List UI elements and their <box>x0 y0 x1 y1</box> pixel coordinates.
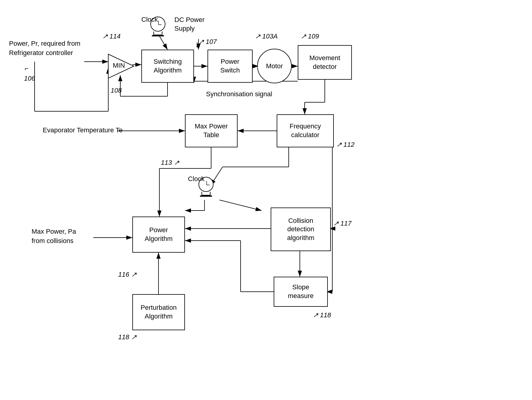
slope-measure-label: Slopemeasure <box>288 283 314 300</box>
power-required-label: Power, Pr, required fromRefrigerator con… <box>9 39 80 58</box>
ref-118-slope: ↗ 118 <box>313 311 331 319</box>
ref-114: ↗ 114 <box>102 32 121 40</box>
dc-power-label: DC PowerSupply <box>174 16 204 33</box>
motor-label: Motor <box>266 62 283 70</box>
collision-detection-box: Collisiondetectionalgorithm <box>271 208 331 251</box>
clock-top-base <box>152 35 164 36</box>
ref-103a: ↗ 103A <box>255 32 278 40</box>
perturbation-algorithm-label: PerturbationAlgorithm <box>141 303 177 321</box>
ref-117: ↗ 117 <box>333 220 352 227</box>
power-algorithm-label: PowerAlgorithm <box>145 226 173 243</box>
collision-detection-label: Collisiondetectionalgorithm <box>287 217 314 242</box>
svg-line-31 <box>220 200 262 211</box>
min-triangle: MIN <box>107 53 135 81</box>
max-power-collisions-label: Max Power, Pafrom collisions <box>32 227 76 246</box>
switching-algorithm-label: SwitchingAlgorithm <box>153 57 182 75</box>
evaporator-temp-label: Evaporator Temperature Te <box>43 126 123 134</box>
ref-107: ↗ 107 <box>198 38 217 46</box>
power-switch-label: PowerSwitch <box>220 57 240 75</box>
svg-text:MIN: MIN <box>113 62 125 69</box>
power-algorithm-box: PowerAlgorithm <box>132 217 185 253</box>
max-power-table-label: Max PowerTable <box>195 122 228 139</box>
ref-113: 113 ↗ <box>161 159 179 167</box>
perturbation-algorithm-box: PerturbationAlgorithm <box>132 294 185 330</box>
ref-106-brace: ⌐ <box>25 65 29 72</box>
clock-top-label: Clock <box>141 16 158 23</box>
ref-118-bottom: 118 ↗ <box>118 333 137 341</box>
ref-112: ↗ 112 <box>336 141 355 149</box>
max-power-table-box: Max PowerTable <box>185 114 238 147</box>
movement-detector-label: Movementdetector <box>309 54 340 71</box>
movement-detector-box: Movementdetector <box>298 45 352 80</box>
frequency-calculator-box: Frequencycalculator <box>277 114 334 147</box>
clock-bottom-label: Clock <box>188 175 204 183</box>
power-switch-box: PowerSwitch <box>208 50 253 83</box>
ref-109: ↗ 109 <box>301 32 319 40</box>
ref-108: 108 <box>111 87 122 94</box>
frequency-calculator-label: Frequencycalculator <box>290 122 321 139</box>
slope-measure-box: Slopemeasure <box>274 277 328 307</box>
diagram: Clock DC PowerSupply ↓ Power, Pr, requir… <box>0 0 532 400</box>
sync-signal-label: Synchronisation signal <box>206 90 272 98</box>
ref-116: 116 ↗ <box>118 271 137 278</box>
motor-circle: Motor <box>257 49 292 83</box>
ref-106: 106 <box>24 75 35 82</box>
clock-bottom-base <box>200 195 212 197</box>
switching-algorithm-box: SwitchingAlgorithm <box>141 50 194 83</box>
svg-line-45 <box>159 36 168 50</box>
